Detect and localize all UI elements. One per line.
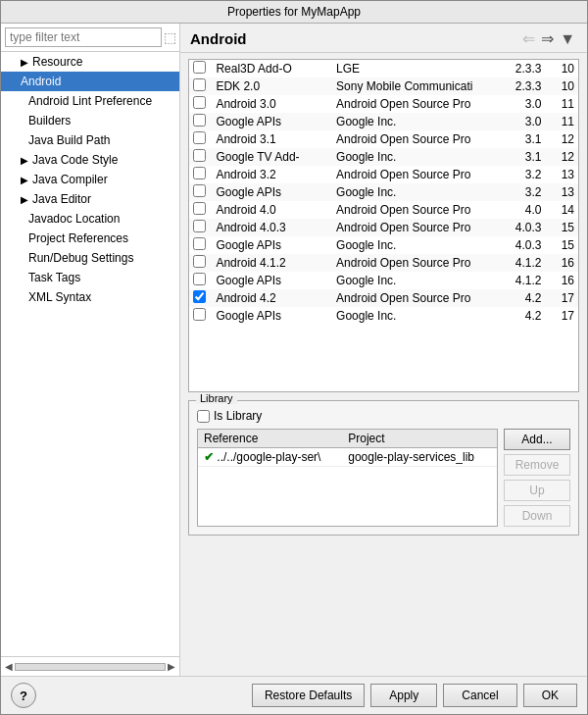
sdk-row-checkbox[interactable]	[189, 219, 212, 236]
sidebar-scroll-left[interactable]: ◀	[3, 661, 15, 672]
is-library-checkbox[interactable]	[197, 410, 210, 423]
table-row[interactable]: Google APIs Google Inc. 4.1.2 16	[189, 272, 578, 289]
sdk-row-version: 3.2	[502, 183, 546, 201]
table-row[interactable]: Android 4.0 Android Open Source Pro 4.0 …	[189, 201, 578, 219]
sdk-row-version: 4.2	[502, 289, 546, 307]
sdk-row-api: 15	[546, 236, 579, 254]
library-checkbox-row: Is Library	[197, 409, 570, 423]
sdk-row-version: 4.1.2	[502, 272, 546, 289]
sidebar-item[interactable]: Task Tags	[1, 268, 179, 287]
nav-arrow-icon: ▶	[21, 57, 28, 68]
lib-table-row[interactable]: ✔ ../../google-play-ser\ google-play-ser…	[198, 448, 497, 467]
sdk-row-api: 13	[546, 166, 579, 183]
sdk-row-checkbox[interactable]	[189, 130, 212, 148]
table-row[interactable]: Google APIs Google Inc. 4.2 17	[189, 307, 578, 325]
sdk-row-name: Android 3.0	[212, 95, 332, 113]
table-row[interactable]: Real3D Add-O LGE 2.3.3 10	[189, 60, 578, 77]
sdk-row-checkbox[interactable]	[189, 254, 212, 272]
table-row[interactable]: Android 4.2 Android Open Source Pro 4.2 …	[189, 289, 578, 307]
sdk-row-vendor: Google Inc.	[332, 148, 502, 166]
sidebar-bottom: ◀ ▶	[1, 656, 179, 676]
sidebar-scroll-right[interactable]: ▶	[166, 661, 177, 672]
table-row[interactable]: Google APIs Google Inc. 4.0.3 15	[189, 236, 578, 254]
nav-back-button[interactable]: ⇐	[520, 29, 537, 48]
sidebar-item[interactable]: Android Lint Preference	[1, 91, 179, 111]
sdk-row-checkbox[interactable]	[189, 236, 212, 254]
table-row[interactable]: Android 4.1.2 Android Open Source Pro 4.…	[189, 254, 578, 272]
sidebar-item[interactable]: XML Syntax	[1, 287, 179, 307]
sidebar-item-label: Resource	[32, 55, 82, 69]
library-table-area: Reference Project ✔ ../../google-play-se…	[197, 429, 570, 527]
nav-forward-button[interactable]: ⇒	[539, 29, 556, 48]
sidebar-scrollbar[interactable]	[15, 663, 166, 671]
sdk-row-version: 4.2	[502, 307, 546, 325]
main-header: Android ⇐ ⇒ ▼	[180, 24, 587, 53]
sdk-row-version: 3.1	[502, 148, 546, 166]
sdk-row-api: 17	[546, 289, 579, 307]
sdk-row-api: 10	[546, 77, 579, 95]
sdk-table-container[interactable]: Real3D Add-O LGE 2.3.3 10 EDK 2.0 Sony M…	[188, 59, 579, 392]
sdk-row-checkbox[interactable]	[189, 183, 212, 201]
sdk-row-version: 4.1.2	[502, 254, 546, 272]
sdk-row-name: Android 3.2	[212, 166, 332, 183]
remove-button[interactable]: Remove	[504, 454, 570, 476]
sdk-row-checkbox[interactable]	[189, 60, 212, 77]
nav-arrows: ⇐ ⇒ ▼	[520, 29, 577, 48]
sdk-row-checkbox[interactable]	[189, 77, 212, 95]
sdk-row-checkbox[interactable]	[189, 307, 212, 325]
sdk-row-checkbox[interactable]	[189, 95, 212, 113]
sdk-row-checkbox[interactable]	[189, 272, 212, 289]
sdk-row-vendor: Android Open Source Pro	[332, 130, 502, 148]
sidebar-item[interactable]: Run/Debug Settings	[1, 248, 179, 268]
main-content: Real3D Add-O LGE 2.3.3 10 EDK 2.0 Sony M…	[180, 53, 587, 676]
sdk-row-checkbox[interactable]	[189, 289, 212, 307]
sdk-row-vendor: LGE	[332, 60, 502, 77]
ok-button[interactable]: OK	[523, 684, 577, 707]
sidebar-item[interactable]: Builders	[1, 111, 179, 130]
sidebar-item-label: Builders	[28, 114, 71, 128]
table-row[interactable]: Google APIs Google Inc. 3.2 13	[189, 183, 578, 201]
up-button[interactable]: Up	[504, 480, 570, 501]
sidebar-item[interactable]: Javadoc Location	[1, 209, 179, 229]
sidebar-item[interactable]: ▶Java Code Style	[1, 150, 179, 170]
sidebar-item[interactable]: ▶Java Compiler	[1, 170, 179, 189]
sdk-row-api: 12	[546, 130, 579, 148]
add-button[interactable]: Add...	[504, 429, 570, 450]
sdk-row-version: 4.0.3	[502, 236, 546, 254]
sdk-row-vendor: Google Inc.	[332, 183, 502, 201]
sidebar-item[interactable]: ▶Java Editor	[1, 189, 179, 209]
sidebar-item-label: Java Build Path	[28, 133, 110, 147]
table-row[interactable]: Android 4.0.3 Android Open Source Pro 4.…	[189, 219, 578, 236]
panel-title: Android	[190, 30, 247, 47]
table-row[interactable]: Google APIs Google Inc. 3.0 11	[189, 113, 578, 130]
apply-button[interactable]: Apply	[370, 684, 437, 707]
table-row[interactable]: Google TV Add- Google Inc. 3.1 12	[189, 148, 578, 166]
sdk-row-checkbox[interactable]	[189, 113, 212, 130]
lib-col-project: Project	[342, 430, 497, 448]
sdk-row-checkbox[interactable]	[189, 201, 212, 219]
cancel-button[interactable]: Cancel	[443, 684, 516, 707]
dialog-title: Properties for MyMapApp	[1, 1, 587, 24]
sidebar-item[interactable]: Android	[1, 72, 179, 91]
sdk-row-checkbox[interactable]	[189, 148, 212, 166]
sidebar-item[interactable]: Project References	[1, 229, 179, 248]
table-row[interactable]: Android 3.0 Android Open Source Pro 3.0 …	[189, 95, 578, 113]
restore-defaults-button[interactable]: Restore Defaults	[252, 684, 365, 707]
table-row[interactable]: Android 3.1 Android Open Source Pro 3.1 …	[189, 130, 578, 148]
sidebar-item[interactable]: ▶Resource	[1, 52, 179, 72]
sdk-row-vendor: Google Inc.	[332, 307, 502, 325]
table-row[interactable]: Android 3.2 Android Open Source Pro 3.2 …	[189, 166, 578, 183]
down-button[interactable]: Down	[504, 505, 570, 527]
nav-arrow-icon: ▶	[21, 175, 28, 185]
sdk-row-api: 12	[546, 148, 579, 166]
filter-clear-icon[interactable]: ⬚	[164, 29, 176, 45]
sdk-row-checkbox[interactable]	[189, 166, 212, 183]
table-row[interactable]: EDK 2.0 Sony Mobile Communicati 2.3.3 10	[189, 77, 578, 95]
nav-arrow-icon: ▶	[21, 155, 28, 166]
sidebar-item[interactable]: Java Build Path	[1, 130, 179, 150]
sdk-row-name: Google APIs	[212, 272, 332, 289]
nav-dropdown-button[interactable]: ▼	[558, 30, 577, 48]
sdk-row-api: 13	[546, 183, 579, 201]
filter-input[interactable]	[5, 27, 162, 47]
help-button[interactable]: ?	[11, 683, 36, 708]
